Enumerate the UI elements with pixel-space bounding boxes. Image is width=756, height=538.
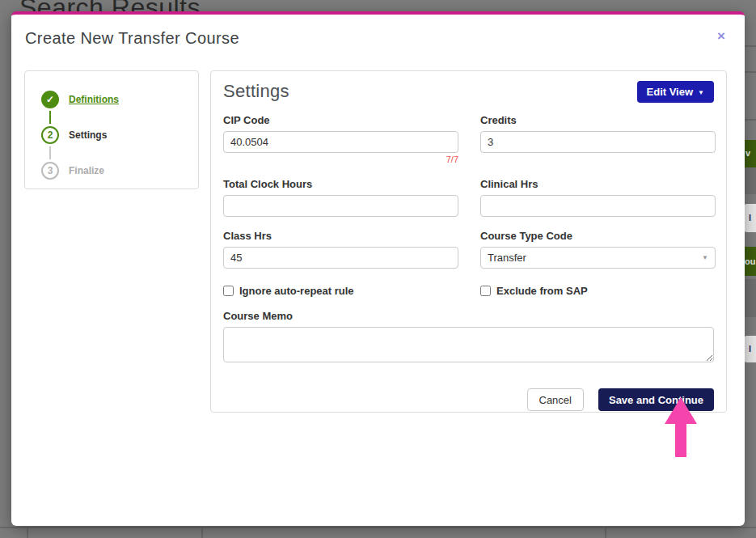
bg-table-line (0, 527, 756, 528)
clinical-hrs-label: Clinical Hrs (480, 178, 716, 190)
bg-green-button-fragment[interactable]: v U (744, 140, 756, 167)
cip-code-label: CIP Code (223, 114, 458, 126)
chevron-down-icon: ▼ (698, 89, 704, 96)
edit-view-label: Edit View (647, 86, 694, 98)
settings-panel: Settings Edit View ▼ CIP Code 7/7 Credit… (210, 70, 727, 413)
bg-table-line (744, 119, 756, 121)
course-type-code-label: Course Type Code (480, 230, 716, 242)
bg-table-line (744, 71, 756, 73)
cancel-button[interactable]: Cancel (527, 388, 584, 411)
exclude-from-sap-checkbox-row[interactable]: Exclude from SAP (480, 285, 716, 297)
spacer (480, 155, 716, 165)
wizard-step-label: Finalize (69, 165, 104, 176)
bg-white-button-fragment[interactable]: I (744, 204, 756, 232)
cip-code-field[interactable] (223, 131, 458, 153)
arrow-stem (675, 424, 686, 457)
wizard-step-label: Settings (69, 129, 107, 141)
total-clock-hours-label: Total Clock Hours (223, 178, 458, 190)
bg-table-divider (605, 527, 606, 538)
panel-title: Settings (223, 81, 289, 102)
exclude-from-sap-checkbox[interactable] (480, 286, 491, 296)
ignore-auto-repeat-checkbox[interactable] (223, 286, 234, 296)
check-icon: ✓ (41, 91, 59, 108)
char-counter: 7/7 (223, 155, 458, 165)
bg-table-cell (744, 167, 756, 194)
chevron-down-icon: ▼ (702, 254, 708, 261)
bg-white-button-fragment[interactable]: I (744, 336, 756, 362)
course-memo-field[interactable] (223, 327, 714, 362)
credits-field[interactable] (480, 131, 716, 153)
step-connector (49, 146, 51, 159)
wizard-step-settings: 2 Settings (41, 126, 198, 144)
clinical-hrs-field[interactable] (480, 195, 716, 217)
course-type-code-value: Transfer (488, 252, 526, 264)
wizard-step-definitions[interactable]: ✓ Definitions (41, 91, 198, 108)
close-icon[interactable]: × (717, 29, 725, 43)
wizard-steps-panel: ✓ Definitions 2 Settings 3 Finalize (24, 70, 199, 189)
course-type-code-select[interactable]: Transfer ▼ (480, 247, 716, 269)
bg-table-line (744, 45, 756, 47)
edit-view-button[interactable]: Edit View ▼ (637, 81, 714, 103)
exclude-from-sap-label: Exclude from SAP (496, 285, 588, 297)
total-clock-hours-field[interactable] (223, 195, 458, 217)
wizard-step-label[interactable]: Definitions (69, 94, 119, 105)
step-connector (49, 111, 51, 124)
wizard-step-finalize: 3 Finalize (41, 162, 198, 180)
credits-label: Credits (480, 114, 716, 126)
step-number: 3 (41, 162, 59, 180)
step-number: 2 (41, 126, 59, 144)
bg-table-cell (744, 279, 756, 317)
bg-table-divider (27, 527, 28, 538)
class-hrs-field[interactable] (223, 247, 458, 269)
annotation-arrow-icon (665, 397, 697, 457)
bg-green-button-fragment[interactable]: ou (744, 247, 756, 276)
course-memo-label: Course Memo (223, 310, 714, 322)
class-hrs-label: Class Hrs (223, 230, 458, 242)
ignore-auto-repeat-checkbox-row[interactable]: Ignore auto-repeat rule (223, 285, 458, 297)
modal-title: Create New Transfer Course (25, 29, 239, 48)
ignore-auto-repeat-label: Ignore auto-repeat rule (239, 285, 354, 297)
arrow-head (665, 397, 697, 424)
bg-table-divider (201, 527, 203, 538)
create-transfer-course-modal: Create New Transfer Course × ✓ Definitio… (11, 11, 745, 526)
